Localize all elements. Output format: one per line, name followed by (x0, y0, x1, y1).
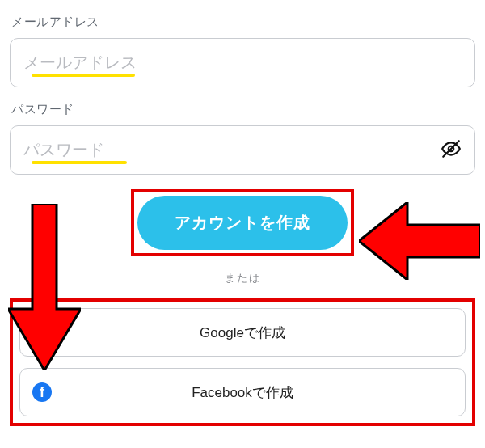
separator-text: または (10, 271, 475, 285)
password-label: パスワード (11, 102, 474, 117)
facebook-signup-button[interactable]: f Facebookで作成 (19, 368, 466, 416)
email-label: メールアドレス (11, 15, 474, 30)
password-input-wrap[interactable] (10, 125, 475, 175)
password-field[interactable] (11, 126, 428, 174)
google-signup-button[interactable]: Googleで作成 (19, 308, 466, 357)
toggle-password-visibility-button[interactable] (428, 130, 474, 170)
annotation-highlight-box: Googleで作成 f Facebookで作成 (10, 298, 475, 426)
primary-button-row: アカウントを作成 (10, 189, 475, 256)
email-field[interactable] (11, 39, 474, 87)
create-account-button[interactable]: アカウントを作成 (137, 196, 348, 250)
annotation-highlight-box: アカウントを作成 (131, 189, 354, 256)
eye-off-icon (441, 150, 462, 162)
google-signup-label: Googleで作成 (32, 323, 453, 342)
email-input-wrap[interactable] (10, 38, 475, 87)
facebook-signup-label: Facebookで作成 (32, 383, 453, 402)
